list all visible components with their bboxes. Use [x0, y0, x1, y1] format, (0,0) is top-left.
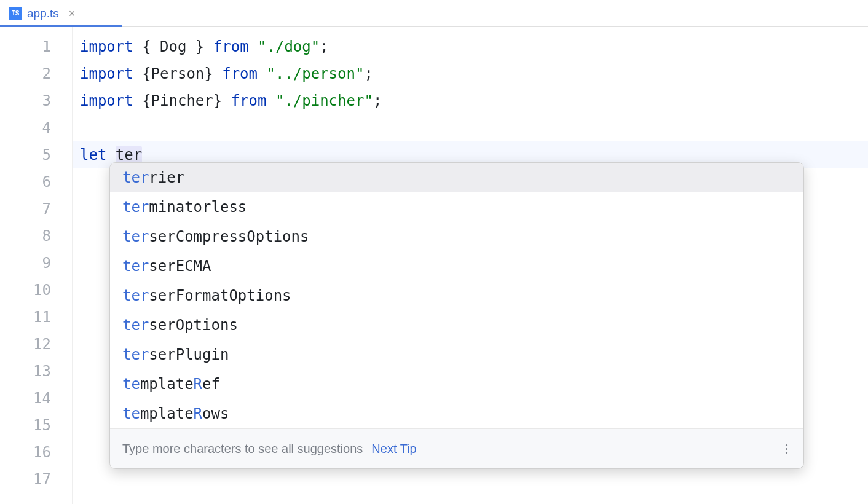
gutter-line: 7 — [0, 195, 51, 222]
gutter-line: 5 — [0, 141, 51, 168]
code-line[interactable] — [80, 466, 868, 493]
gutter-line: 14 — [0, 385, 51, 412]
tab-label: app.ts — [27, 7, 59, 20]
autocomplete-item[interactable]: templateRef — [110, 369, 803, 399]
autocomplete-footer: Type more characters to see all suggesti… — [110, 428, 803, 468]
gutter: 1234567891011121314151617 — [0, 27, 73, 504]
autocomplete-footer-text: Type more characters to see all suggesti… — [122, 435, 363, 462]
gutter-line: 9 — [0, 250, 51, 277]
autocomplete-item[interactable]: terserFormatOptions — [110, 281, 803, 310]
typescript-icon: TS — [9, 7, 22, 20]
gutter-line: 6 — [0, 168, 51, 195]
gutter-line: 1 — [0, 33, 51, 60]
gutter-line: 17 — [0, 466, 51, 493]
gutter-line: 10 — [0, 277, 51, 304]
autocomplete-item[interactable]: terserPlugin — [110, 340, 803, 369]
more-icon[interactable] — [782, 442, 791, 456]
tab-bar: TS app.ts × — [0, 0, 868, 27]
autocomplete-item[interactable]: terserECMA — [110, 251, 803, 281]
code-area[interactable]: import { Dog } from "./dog";import {Pers… — [73, 27, 868, 504]
gutter-line: 4 — [0, 114, 51, 141]
tab-app-ts[interactable]: TS app.ts × — [0, 0, 84, 26]
next-tip-link[interactable]: Next Tip — [371, 435, 416, 462]
code-line[interactable]: import {Pincher} from "./pincher"; — [80, 87, 868, 114]
code-line[interactable]: import { Dog } from "./dog"; — [80, 33, 868, 60]
gutter-line: 2 — [0, 60, 51, 87]
autocomplete-item[interactable]: terrier — [110, 163, 803, 192]
close-icon[interactable]: × — [69, 8, 76, 19]
gutter-line: 13 — [0, 358, 51, 385]
gutter-line: 12 — [0, 331, 51, 358]
gutter-line: 16 — [0, 439, 51, 466]
autocomplete-popup: terrierterminatorlessterserCompressOptio… — [109, 162, 804, 469]
autocomplete-item[interactable]: terminatorless — [110, 192, 803, 222]
editor: 1234567891011121314151617 import { Dog }… — [0, 27, 868, 504]
gutter-line: 8 — [0, 222, 51, 250]
autocomplete-item[interactable]: terserOptions — [110, 310, 803, 340]
autocomplete-item[interactable]: terserCompressOptions — [110, 222, 803, 251]
code-line[interactable] — [80, 114, 868, 141]
autocomplete-item[interactable]: templateRows — [110, 399, 803, 428]
code-line[interactable]: import {Person} from "../person"; — [80, 60, 868, 87]
gutter-line: 3 — [0, 87, 51, 114]
gutter-line: 11 — [0, 304, 51, 331]
gutter-line: 15 — [0, 412, 51, 439]
autocomplete-list: terrierterminatorlessterserCompressOptio… — [110, 163, 803, 428]
